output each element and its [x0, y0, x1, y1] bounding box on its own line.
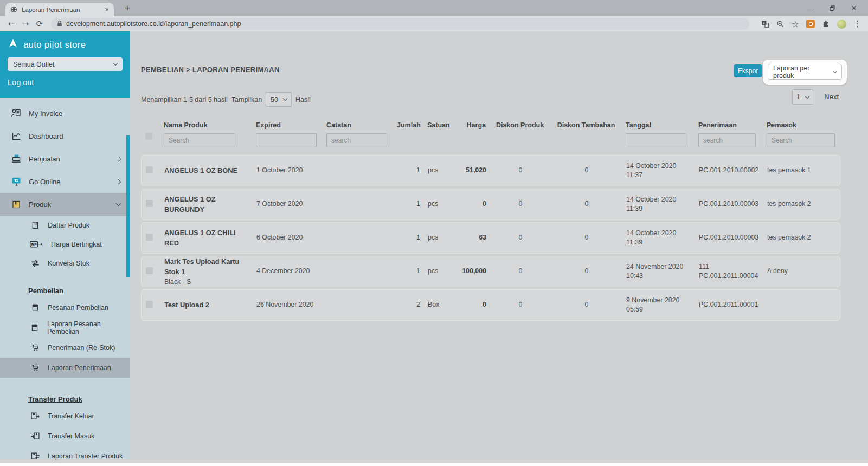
tab-title: Laporan Penerimaan [22, 7, 100, 13]
cell-penerimaan: PC.001.2011.00001 [699, 300, 760, 309]
cell-expired: 1 October 2020 [256, 166, 319, 175]
url-text: development.autopilotstore.co.id/laporan… [66, 20, 241, 28]
sidebar-item-label: Konversi Stok [48, 260, 89, 267]
sidebar-section-transfer-produk[interactable]: Transfer Produk [0, 392, 130, 406]
col-diskon-produk: Diskon Produk [493, 119, 546, 129]
row-checkbox[interactable] [146, 200, 153, 207]
cell-nama-produk: ANGELUS 1 OZ BONE [164, 165, 249, 176]
table-header: Nama Produk Expired Catatan Jumlah Satua… [141, 118, 840, 147]
sidebar-item-label: Go Online [29, 178, 61, 186]
sidebar-item-label: Transfer Keluar [48, 412, 94, 420]
cell-harga: 100,000 [458, 267, 486, 276]
menu-kebab-icon[interactable]: ⋮ [853, 19, 861, 29]
back-icon[interactable]: ← [4, 17, 18, 30]
sidebar-scrollbar-thumb[interactable] [126, 135, 130, 277]
minimize-icon[interactable]: — [800, 0, 821, 16]
expired-search-input[interactable] [256, 133, 317, 147]
nama-produk-search-input[interactable] [164, 133, 235, 147]
showing-text: Menampilkan 1-5 dari 5 hasil [141, 96, 228, 103]
row-checkbox[interactable] [146, 166, 153, 173]
sidebar-item-my-invoice[interactable]: My Invoice [0, 102, 130, 125]
cell-diskon-produk: 0 [494, 233, 547, 242]
sidebar-item-penjualan[interactable]: Penjualan [0, 147, 130, 170]
catatan-search-input[interactable] [326, 133, 387, 147]
box-arrow-out-icon [30, 412, 41, 420]
row-checkbox[interactable] [146, 267, 153, 274]
cell-jumlah: 1 [397, 267, 420, 276]
app-viewport: auto pi|ot store Semua Outlet Log out My… [0, 31, 868, 463]
sidebar-item-label: Daftar Produk [48, 222, 89, 229]
online-store-monitor-icon [11, 177, 22, 187]
receipts-table: Nama Produk Expired Catatan Jumlah Satua… [141, 118, 840, 323]
sidebar-item-dashboard[interactable]: Dashboard [0, 125, 130, 147]
col-expired: Expired [256, 119, 319, 147]
profile-avatar[interactable] [837, 20, 846, 29]
export-button[interactable]: Ekspor [734, 64, 762, 77]
sidebar-item-produk[interactable]: Produk [0, 193, 130, 216]
chevron-down-icon [805, 94, 809, 98]
sidebar-item-laporan-pesanan-pembelian[interactable]: Laporan Pesanan Pembelian [0, 318, 130, 338]
zoom-icon[interactable] [776, 20, 785, 28]
table-row: Test Upload 2 26 November 2020 2 Box 0 0… [141, 289, 840, 321]
sidebar-item-daftar-produk[interactable]: Daftar Produk [0, 216, 130, 235]
bookmark-star-icon[interactable]: ☆ [792, 19, 799, 29]
sidebar-item-laporan-penerimaan[interactable]: Laporan Penerimaan [0, 358, 130, 378]
logout-link[interactable]: Log out [8, 78, 123, 87]
sidebar-item-label: Harga Bertingkat [51, 241, 102, 248]
chevron-down-icon [283, 96, 287, 101]
notepad-icon [30, 303, 41, 312]
sidebar-item-transfer-keluar[interactable]: Transfer Keluar [0, 406, 130, 426]
sidebar-item-konversi-stok[interactable]: Konversi Stok [0, 254, 130, 273]
shopping-extension-icon[interactable] [806, 20, 815, 28]
col-tanggal: Tanggal [626, 119, 691, 147]
cell-harga: 51,020 [458, 166, 486, 175]
sidebar-item-go-online[interactable]: Go Online [0, 170, 130, 193]
pemasok-search-input[interactable] [767, 133, 835, 147]
sidebar: auto pi|ot store Semua Outlet Log out My… [0, 31, 130, 459]
sidebar-item-label: Laporan Transfer Produk [48, 452, 123, 460]
price-tag-rp-icon: RP [30, 240, 44, 249]
penerimaan-search-input[interactable] [698, 133, 756, 147]
sidebar-item-transfer-masuk[interactable]: Transfer Masuk [0, 426, 130, 446]
cell-tanggal: 9 November 202005:59 [626, 296, 691, 315]
dashboard-chart-icon [11, 132, 22, 141]
page-number-select[interactable]: 1 [792, 89, 813, 105]
row-checkbox[interactable] [146, 234, 153, 241]
cell-satuan: pcs [428, 199, 451, 209]
restore-icon[interactable] [821, 0, 843, 16]
browser-tab[interactable]: Laporan Penerimaan × [5, 3, 114, 16]
address-bar[interactable]: development.autopilotstore.co.id/laporan… [51, 18, 749, 30]
cell-pemasok: tes pemasok 1 [767, 166, 834, 175]
cell-harga: 63 [458, 233, 486, 242]
sidebar-item-pesanan-pembelian[interactable]: Pesanan Pembelian [0, 297, 130, 318]
cell-satuan: pcs [428, 166, 451, 175]
chevron-down-icon [113, 61, 118, 66]
reload-icon[interactable]: ⟳ [33, 17, 47, 30]
forward-icon[interactable]: → [18, 17, 33, 30]
select-all-checkbox[interactable] [145, 133, 152, 140]
new-tab-button[interactable]: + [121, 2, 133, 14]
translate-icon[interactable]: A [761, 20, 769, 28]
row-checkbox[interactable] [146, 301, 153, 308]
page-size-select[interactable]: 50 [266, 92, 292, 107]
tanggal-search-input[interactable] [626, 133, 686, 147]
close-icon[interactable]: × [843, 0, 865, 16]
chevron-down-icon [116, 201, 121, 206]
next-page-link[interactable]: Next [824, 93, 839, 101]
extensions-puzzle-icon[interactable] [822, 20, 830, 28]
cell-pemasok: tes pemasok 2 [767, 233, 834, 242]
cell-expired: 7 October 2020 [256, 199, 319, 209]
cell-tanggal: 24 November 202010:43 [626, 262, 691, 281]
sidebar-item-penerimaan-restok[interactable]: Penerimaan (Re-Stok) [0, 338, 130, 358]
restock-cart-icon [30, 363, 41, 372]
sidebar-section-pembelian[interactable]: Pembelian [0, 283, 130, 297]
cell-penerimaan: 111PC.001.2011.00004 [699, 262, 760, 281]
cell-pemasok: tes pemasok 2 [767, 199, 834, 209]
sidebar-item-harga-bertingkat[interactable]: RP Harga Bertingkat [0, 235, 130, 254]
report-type-select[interactable]: Laporan per produk [768, 64, 842, 80]
outlet-select[interactable]: Semua Outlet [8, 57, 123, 71]
cell-harga: 0 [458, 300, 486, 309]
cell-nama-produk: Mark Tes Upload Kartu Stok 1 [164, 256, 249, 277]
tab-close-icon[interactable]: × [105, 6, 109, 13]
browser-titlebar: Laporan Penerimaan × + — × [0, 0, 868, 16]
